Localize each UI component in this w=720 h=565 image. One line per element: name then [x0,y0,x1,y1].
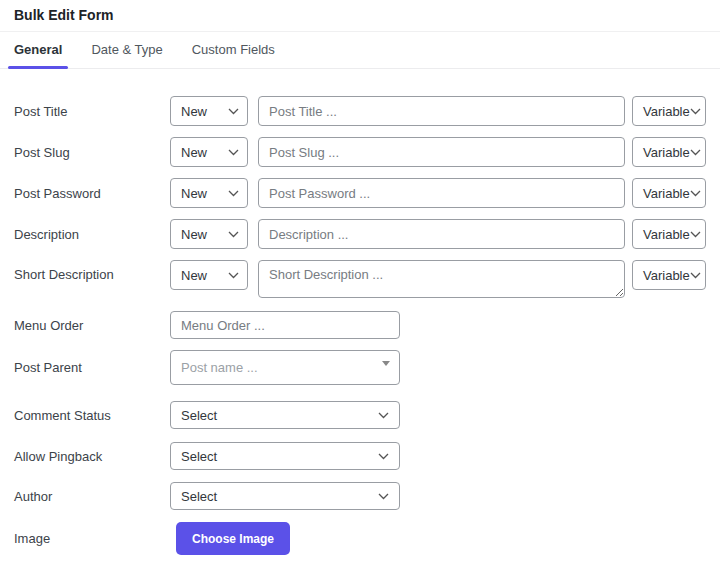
chevron-down-icon [228,231,239,238]
chevron-down-icon [690,190,701,197]
choose-image-button[interactable]: Choose Image [176,522,290,555]
chevron-down-icon [228,108,239,115]
author-select[interactable]: Select [170,482,400,510]
short-description-textarea[interactable] [258,260,625,298]
comment-status-value: Select [181,408,217,423]
allow-pingback-value: Select [181,449,217,464]
post-title-label: Post Title [14,104,170,119]
post-slug-variable-value: Variable [643,145,690,160]
post-title-mode-select[interactable]: New [170,96,248,126]
description-input[interactable] [258,219,625,249]
comment-status-select[interactable]: Select [170,401,400,429]
post-title-mode-value: New [181,104,207,119]
general-tab-content: Post Title New Variable Post Slug New Va… [0,69,720,555]
allow-pingback-select[interactable]: Select [170,442,400,470]
allow-pingback-label: Allow Pingback [14,449,170,464]
description-mode-select[interactable]: New [170,219,248,249]
short-description-variable-value: Variable [643,268,690,283]
author-value: Select [181,489,217,504]
short-description-mode-select[interactable]: New [170,260,248,290]
post-title-input[interactable] [258,96,625,126]
tab-custom-fields[interactable]: Custom Fields [186,33,281,68]
post-slug-row: Post Slug New Variable [14,137,706,167]
page-title: Bulk Edit Form [0,0,720,32]
tab-bar: General Date & Type Custom Fields [0,32,720,69]
post-password-variable-select[interactable]: Variable [632,178,706,208]
bulk-edit-form-panel: Bulk Edit Form General Date & Type Custo… [0,0,720,565]
post-slug-label: Post Slug [14,145,170,160]
post-password-mode-select[interactable]: New [170,178,248,208]
chevron-down-icon [228,190,239,197]
menu-order-label: Menu Order [14,318,170,333]
chevron-down-icon [228,272,239,279]
chevron-down-icon [690,272,701,279]
post-slug-mode-select[interactable]: New [170,137,248,167]
description-row: Description New Variable [14,219,706,249]
author-row: Author Select [14,482,706,510]
post-slug-variable-select[interactable]: Variable [632,137,706,167]
short-description-label: Short Description [14,260,170,290]
allow-pingback-row: Allow Pingback Select [14,442,706,470]
post-parent-select[interactable]: Post name ... [170,350,400,385]
description-mode-value: New [181,227,207,242]
post-password-mode-value: New [181,186,207,201]
tab-general[interactable]: General [8,33,68,68]
chevron-down-icon [378,453,389,460]
chevron-down-icon [228,149,239,156]
description-variable-value: Variable [643,227,690,242]
caret-down-icon [382,361,390,366]
post-parent-placeholder: Post name ... [181,360,258,375]
image-row: Image Choose Image [14,522,706,555]
chevron-down-icon [378,412,389,419]
short-description-row: Short Description New Variable [14,260,706,298]
post-title-row: Post Title New Variable [14,96,706,126]
post-slug-input[interactable] [258,137,625,167]
comment-status-row: Comment Status Select [14,401,706,429]
chevron-down-icon [690,108,701,115]
author-label: Author [14,489,170,504]
post-title-variable-value: Variable [643,104,690,119]
post-password-variable-value: Variable [643,186,690,201]
description-variable-select[interactable]: Variable [632,219,706,249]
short-description-mode-value: New [181,268,207,283]
chevron-down-icon [690,149,701,156]
chevron-down-icon [378,493,389,500]
post-password-label: Post Password [14,186,170,201]
comment-status-label: Comment Status [14,408,170,423]
post-title-variable-select[interactable]: Variable [632,96,706,126]
tab-date-type[interactable]: Date & Type [85,33,168,68]
menu-order-input[interactable] [170,311,400,339]
chevron-down-icon [690,231,701,238]
image-label: Image [14,531,170,546]
post-password-row: Post Password New Variable [14,178,706,208]
short-description-variable-select[interactable]: Variable [632,260,706,290]
post-password-input[interactable] [258,178,625,208]
menu-order-row: Menu Order [14,311,706,339]
post-parent-row: Post Parent Post name ... [14,350,706,385]
post-parent-label: Post Parent [14,360,170,375]
description-label: Description [14,227,170,242]
post-slug-mode-value: New [181,145,207,160]
